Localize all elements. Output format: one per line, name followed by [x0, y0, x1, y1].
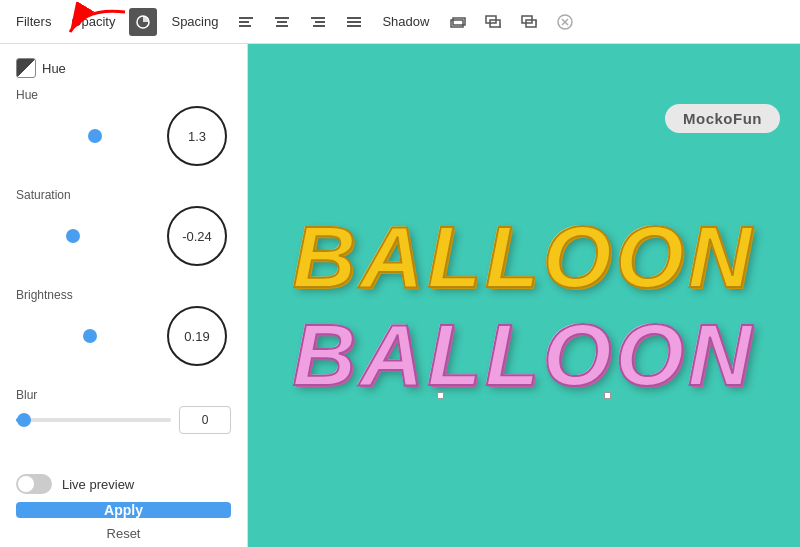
align-justify-icon[interactable] [340, 8, 368, 36]
reset-button[interactable]: Reset [16, 526, 231, 541]
move-up-icon[interactable]: ↑ [515, 8, 543, 36]
svg-text:↑: ↑ [534, 18, 538, 27]
selection-handle-left [437, 392, 444, 399]
shadow-tab[interactable]: Shadow [376, 10, 435, 33]
svg-rect-5 [277, 21, 287, 23]
opacity-tab[interactable]: Opacity [65, 10, 121, 33]
hue-color-icon [16, 58, 36, 78]
apply-button[interactable]: Apply [16, 502, 231, 518]
canvas-area[interactable]: MockoFun BALLOON BALLOON [248, 44, 800, 547]
brightness-label: Brightness [16, 288, 231, 302]
blur-slider-row: 0 [16, 406, 231, 434]
svg-text:↓: ↓ [498, 21, 502, 30]
saturation-circle: -0.24 [167, 206, 227, 266]
active-color-icon[interactable] [129, 8, 157, 36]
svg-rect-12 [347, 25, 361, 27]
brightness-row: 0.19 [16, 306, 231, 366]
selection-handle-right [604, 392, 611, 399]
layer-icon[interactable] [443, 8, 471, 36]
align-right-icon[interactable] [304, 8, 332, 36]
align-left-icon[interactable] [232, 8, 260, 36]
filters-tab[interactable]: Filters [10, 10, 57, 33]
hue-section: Hue 1.3 [16, 88, 231, 176]
hue-circle: 1.3 [167, 106, 227, 166]
svg-rect-7 [311, 17, 325, 19]
hue-label: Hue [16, 88, 231, 102]
saturation-label: Saturation [16, 188, 231, 202]
brightness-section: Brightness 0.19 [16, 288, 231, 376]
svg-rect-1 [239, 17, 253, 19]
svg-rect-9 [313, 25, 325, 27]
svg-rect-11 [347, 21, 361, 23]
blur-slider-track[interactable] [16, 418, 171, 422]
saturation-section: Saturation -0.24 [16, 188, 231, 276]
hue-row: 1.3 [16, 106, 231, 166]
svg-rect-4 [275, 17, 289, 19]
hue-title: Hue [42, 61, 66, 76]
live-preview-row: Live preview [16, 474, 231, 494]
saturation-row: -0.24 [16, 206, 231, 266]
mockofun-logo: MockoFun [665, 104, 780, 133]
align-center-icon[interactable] [268, 8, 296, 36]
brightness-circle: 0.19 [167, 306, 227, 366]
close-icon[interactable] [551, 8, 579, 36]
svg-rect-2 [239, 21, 249, 23]
svg-rect-10 [347, 17, 361, 19]
blur-label: Blur [16, 388, 231, 402]
blur-value: 0 [179, 406, 231, 434]
svg-rect-6 [276, 25, 288, 27]
svg-rect-3 [239, 25, 251, 27]
toggle-knob [18, 476, 34, 492]
spacing-tab[interactable]: Spacing [165, 10, 224, 33]
balloon-container: BALLOON BALLOON [292, 213, 755, 409]
blur-section: Blur 0 [16, 388, 231, 438]
move-down-icon[interactable]: ↓ [479, 8, 507, 36]
hue-icon-row: Hue [16, 58, 231, 78]
balloon-text-pink: BALLOON [292, 311, 755, 399]
live-preview-label: Live preview [62, 477, 134, 492]
toolbar: Filters Opacity Spacing Shadow ↓ [0, 0, 800, 44]
balloon-text-gold: BALLOON [292, 213, 755, 301]
svg-rect-8 [315, 21, 325, 23]
live-preview-toggle[interactable] [16, 474, 52, 494]
color-wheel-icon [136, 15, 150, 29]
filter-panel: Hue Hue 1.3 Saturation [0, 44, 248, 547]
